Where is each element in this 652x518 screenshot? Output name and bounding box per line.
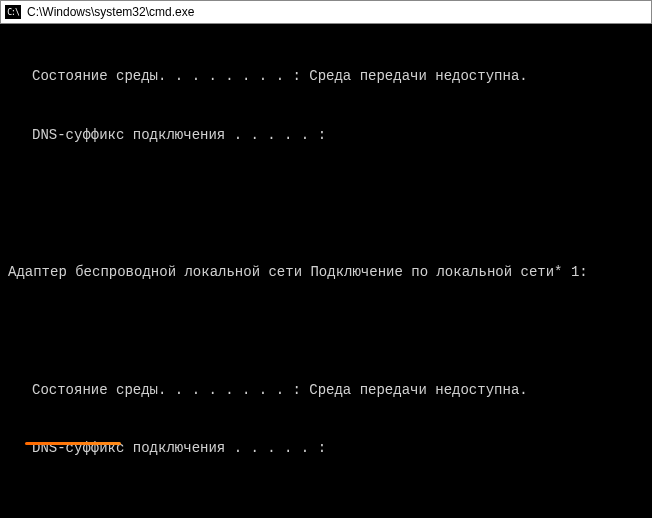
- dns-suffix-line: DNS-суффикс подключения . . . . . :: [8, 126, 644, 146]
- blank-line: [8, 185, 644, 205]
- media-state-line: Состояние среды. . . . . . . . : Среда п…: [8, 67, 644, 87]
- window-title: C:\Windows\system32\cmd.exe: [27, 5, 194, 19]
- titlebar: C:\ C:\Windows\system32\cmd.exe: [0, 0, 652, 24]
- terminal-output: Состояние среды. . . . . . . . : Среда п…: [0, 24, 652, 518]
- adapter-header: Адаптер беспроводной локальной сети Подк…: [8, 263, 644, 283]
- cmd-icon: C:\: [5, 5, 21, 19]
- blank-line: [8, 498, 644, 518]
- highlight-underline: [25, 442, 121, 445]
- media-state-line: Состояние среды. . . . . . . . : Среда п…: [8, 381, 644, 401]
- blank-line: [8, 322, 644, 342]
